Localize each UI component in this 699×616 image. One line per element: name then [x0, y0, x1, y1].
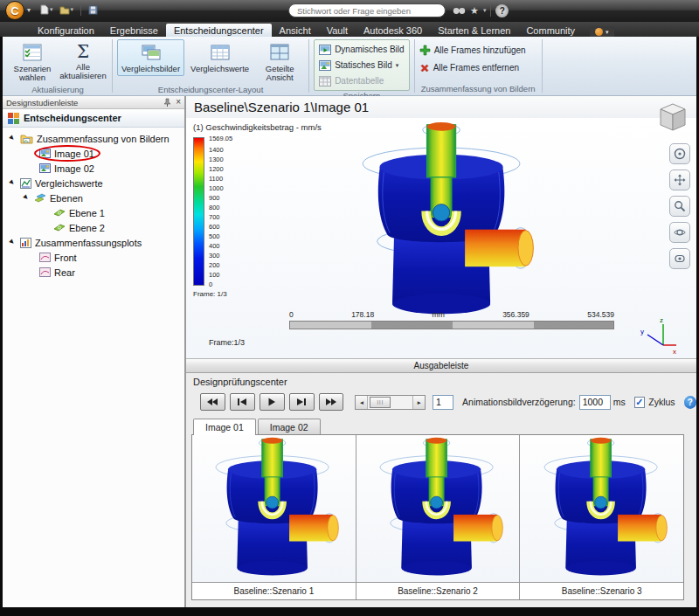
axis-x-label: x [673, 348, 676, 356]
cfd-viewport[interactable]: (1) Geschwindigkeitsbetrag - mm/s 1569.0… [186, 118, 696, 358]
expander-icon[interactable]: ▶ [8, 238, 17, 247]
fast-forward-button[interactable] [319, 393, 344, 411]
entscheidungscenter-label: Entscheidungscenter [24, 113, 121, 123]
group-separator [414, 39, 415, 93]
slider-right-arrow[interactable]: ► [412, 396, 425, 409]
ruler-tick: 356.359 [502, 310, 529, 319]
window-bottom-frame [0, 607, 699, 616]
step-forward-button[interactable] [289, 393, 315, 411]
statisches-bild-button[interactable]: Statisches Bild ▾ [319, 58, 404, 73]
close-icon[interactable]: × [176, 98, 181, 107]
vergleichswerte-button[interactable]: Vergleichswerte [186, 39, 253, 76]
titlebar-icons: ★ ▾ ? [453, 3, 509, 18]
delay-input[interactable] [579, 395, 611, 410]
scenario-thumbnail-2[interactable] [356, 435, 521, 582]
alle-frames-entfernen-button[interactable]: Alle Frames entfernen [419, 60, 526, 75]
group-label-zusammenfassung: Zusammenfassung von Bildern [416, 84, 541, 95]
output-bar-button[interactable]: Ausgabeleiste [186, 358, 696, 373]
expander-icon[interactable]: ▶ [8, 178, 17, 188]
tab-starten-lernen[interactable]: Starten & Lernen [430, 24, 518, 37]
nav-pan-button[interactable] [669, 170, 690, 190]
help-button[interactable]: ? [495, 4, 509, 17]
tree-item-ebene-2[interactable]: Ebene 2 [3, 220, 184, 235]
tree-item-vergleichswerte[interactable]: ▶ Vergleichswerte [3, 176, 184, 190]
caret-down-icon[interactable]: ▾ [483, 7, 487, 14]
rewind-button[interactable] [200, 393, 225, 411]
frame-slider[interactable]: ◄ ||| ► [355, 395, 426, 410]
geteilte-ansicht-button[interactable]: Geteilte Ansicht [255, 39, 304, 85]
tab-konfiguration[interactable]: Konfiguration [30, 24, 102, 37]
help-button[interactable]: ? [684, 396, 696, 409]
tab-image-01[interactable]: Image 01 [193, 419, 256, 435]
tab-vault[interactable]: Vault [319, 24, 356, 37]
tree-item-rear[interactable]: Rear [3, 265, 184, 280]
tab-ergebnisse[interactable]: Ergebnisse [102, 24, 166, 37]
tree-item-zusammenfassung-von-bildern[interactable]: ▶ Zusammenfassung von Bildern [3, 131, 184, 146]
expander-icon[interactable]: ▶ [8, 134, 17, 143]
search-input[interactable] [288, 3, 446, 17]
favorites-star-icon[interactable]: ★ [470, 5, 479, 17]
tree-item-label: Rear [54, 267, 75, 278]
tree-item-zusammenfassungsplots[interactable]: ▶ Zusammenfassungsplots [3, 235, 184, 250]
tree-item-image-01[interactable]: Image 01 [3, 146, 184, 161]
view-cube[interactable] [656, 101, 689, 135]
app-logo-button[interactable]: C [5, 1, 24, 20]
tab-autodesk-360[interactable]: Autodesk 360 [356, 24, 430, 37]
delay-unit-label: ms [613, 397, 626, 407]
scenario-thumbnail-1[interactable] [192, 435, 356, 582]
group-separator [542, 39, 543, 93]
szenarien-waehlen-button[interactable]: Szenarien wählen [8, 39, 57, 85]
menu-overflow-button[interactable]: ▾ [590, 26, 614, 37]
comparison-panel: Baseline::Szenario 1 Baseline::Szenario … [191, 434, 684, 600]
entscheidungscenter-header[interactable]: Entscheidungscenter [3, 109, 184, 128]
slider-left-arrow[interactable]: ◄ [356, 396, 368, 409]
frame-counter: Frame:1/3 [209, 338, 245, 347]
pin-icon[interactable] [163, 98, 172, 107]
vergleichsbilder-button[interactable]: Vergleichsbilder [117, 39, 184, 76]
button-label: Alle aktualisieren [59, 63, 106, 80]
alle-aktualisieren-button[interactable]: Σ Alle aktualisieren [59, 39, 107, 83]
image-tab-control: Image 01 Image 02 [191, 419, 684, 600]
dynamisches-bild-button[interactable]: Dynamisches Bild [319, 42, 404, 57]
expander-icon[interactable]: ▶ [22, 193, 31, 203]
button-label: Alle Frames hinzufügen [434, 45, 526, 55]
tree-item-front[interactable]: Front [3, 250, 184, 265]
tab-ansicht[interactable]: Ansicht [272, 24, 319, 37]
alle-frames-hinzufuegen-button[interactable]: Alle Frames hinzufügen [419, 43, 526, 58]
tab-image-02[interactable]: Image 02 [258, 419, 321, 434]
titlebar: C ▾ ▾ ▾ ★ ▾ ? [0, 0, 699, 22]
nav-wheel-button[interactable] [669, 143, 690, 164]
cycle-checkbox[interactable]: ✓ [634, 397, 646, 408]
qat-save-button[interactable] [87, 4, 100, 16]
tree-item-ebene-1[interactable]: Ebene 1 [3, 205, 184, 220]
qat-open-button[interactable]: ▾ [58, 4, 76, 16]
binoculars-icon[interactable] [453, 6, 466, 16]
app-menu-caret-icon[interactable]: ▾ [27, 6, 31, 14]
add-plus-icon [419, 45, 431, 56]
thumbnail-caption: Baseline::Szenario 3 [520, 583, 683, 599]
group-label-layout: Entscheidungscenter-Layout [114, 85, 308, 95]
tree-item-ebenen[interactable]: ▶ Ebenen [3, 190, 184, 205]
delay-label: Animationsbildverzögerung: [462, 397, 576, 407]
scale-ruler: 0 178.18 mm 356.359 534.539 [289, 310, 614, 329]
step-back-button[interactable] [230, 393, 255, 411]
cfd-thumbnail [364, 437, 511, 580]
play-button[interactable] [260, 393, 285, 411]
design-study-bar-caption: Designstudienleiste × [3, 96, 184, 109]
qat-new-button[interactable]: ▾ [38, 3, 55, 16]
tab-entscheidungscenter[interactable]: Entscheidungscenter [166, 24, 272, 37]
tab-community[interactable]: Community [518, 24, 583, 37]
frame-number-input[interactable] [433, 395, 453, 410]
nav-orbit-button[interactable] [669, 222, 690, 243]
tree-item-image-02[interactable]: Image 02 [3, 161, 184, 176]
scenario-thumbnail-3[interactable] [520, 435, 683, 582]
app-window: C ▾ ▾ ▾ ★ ▾ ? Konfiguration [0, 0, 699, 616]
datentabelle-button[interactable]: Datentabelle [319, 73, 404, 88]
nav-look-button[interactable] [669, 248, 690, 269]
slider-thumb[interactable]: ||| [370, 397, 391, 408]
nav-zoom-button[interactable] [669, 196, 690, 217]
legend-title: (1) Geschwindigkeitsbetrag - mm/s [193, 122, 322, 132]
slider-track[interactable]: ||| [368, 396, 412, 409]
toolbar-separator [490, 5, 491, 17]
static-image-icon [319, 60, 331, 71]
